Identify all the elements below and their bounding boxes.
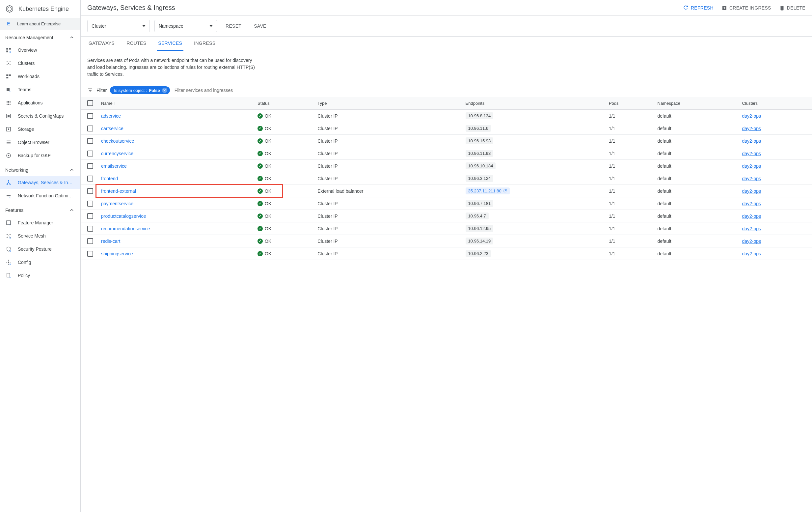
row-checkbox[interactable] [87,226,93,232]
cluster-link[interactable]: day2-ops [742,163,761,169]
service-name-link[interactable]: paymentservice [101,201,133,206]
service-name-link[interactable]: cartservice [101,126,123,131]
cluster-link[interactable]: day2-ops [742,214,761,219]
sidebar-item-config[interactable]: EConfig [0,256,80,269]
cluster-link[interactable]: day2-ops [742,126,761,131]
row-checkbox[interactable] [87,163,93,169]
cluster-link[interactable]: day2-ops [742,113,761,118]
row-checkbox[interactable] [87,151,93,157]
svg-text:E: E [9,263,11,265]
reset-button[interactable]: RESET [222,21,245,31]
enterprise-banner[interactable]: E Learn about Enterprise [0,18,80,30]
section-label: Networking [5,167,28,173]
svg-point-22 [7,104,7,105]
refresh-button[interactable]: REFRESH [683,5,714,11]
sidebar-item-storage[interactable]: Storage [0,123,80,136]
col-endpoints[interactable]: Endpoints [462,97,605,110]
tab-routes[interactable]: ROUTES [125,36,147,51]
cluster-link[interactable]: day2-ops [742,151,761,156]
col-type[interactable]: Type [314,97,461,110]
service-name-link[interactable]: adservice [101,113,121,118]
service-name-link[interactable]: currencyservice [101,151,133,156]
sidebar-item-overview[interactable]: EOverview [0,44,80,57]
cluster-link[interactable]: day2-ops [742,251,761,256]
sidebar-item-secrets[interactable]: Secrets & ConfigMaps [0,109,80,123]
service-name-link[interactable]: checkoutservice [101,138,134,144]
svg-point-6 [7,61,7,62]
enterprise-link[interactable]: Learn about Enterprise [17,21,61,26]
section-label: Resource Management [5,35,53,40]
col-status[interactable]: Status [254,97,314,110]
sidebar-item-gateways-services-ingress[interactable]: Gateways, Services & Ingre… [0,176,80,189]
sidebar-item-network-function[interactable]: ENetwork Function Optimiz… [0,189,80,202]
svg-rect-36 [9,184,10,185]
sidebar-item-workloads[interactable]: Workloads [0,70,80,83]
type-cell: Cluster IP [314,235,461,247]
row-checkbox[interactable] [87,126,93,132]
cluster-link[interactable]: day2-ops [742,201,761,206]
row-checkbox[interactable] [87,138,93,144]
row-checkbox[interactable] [87,251,93,257]
sidebar-item-service-mesh[interactable]: EService Mesh [0,229,80,242]
endpoint-external-link[interactable]: 35.237.11.211:80 [468,188,507,193]
row-checkbox[interactable] [87,238,93,244]
sidebar-item-security-posture[interactable]: ESecurity Posture [0,242,80,256]
cluster-link[interactable]: day2-ops [742,138,761,144]
row-checkbox[interactable] [87,213,93,219]
row-checkbox[interactable] [87,188,93,194]
pods-cell: 1/1 [605,172,654,185]
sidebar-item-feature-manager[interactable]: EFeature Manager [0,216,80,229]
cluster-link[interactable]: day2-ops [742,176,761,181]
row-checkbox[interactable] [87,200,93,207]
chip-close-icon[interactable]: ✕ [162,88,167,93]
pods-cell: 1/1 [605,160,654,172]
col-clusters[interactable]: Clusters [738,97,812,110]
sidebar-item-object-browser[interactable]: Object Browser [0,136,80,149]
tab-gateways[interactable]: GATEWAYS [87,36,116,51]
pods-cell: 1/1 [605,122,654,135]
select-all-checkbox[interactable] [87,100,93,106]
tab-services[interactable]: SERVICES [157,36,183,51]
row-checkbox[interactable] [87,113,93,119]
save-button[interactable]: SAVE [250,21,270,31]
service-name-link[interactable]: frontend [101,176,118,181]
sidebar-item-applications[interactable]: Applications [0,96,80,109]
service-name-link[interactable]: emailservice [101,163,127,169]
section-features[interactable]: Features [0,202,80,216]
cluster-label: Cluster [91,23,106,29]
filter-input[interactable] [173,86,805,94]
endpoint-chip: 10.96.11.6 [466,125,491,132]
add-icon [721,5,727,11]
filter-chip[interactable]: Is system object : False ✕ [110,86,170,94]
sidebar-item-backup[interactable]: Backup for GKE [0,149,80,162]
create-ingress-button[interactable]: CREATE INGRESS [721,5,771,11]
cluster-link[interactable]: day2-ops [742,226,761,231]
col-pods[interactable]: Pods [605,97,654,110]
row-checkbox[interactable] [87,176,93,182]
cluster-dropdown[interactable]: Cluster [87,20,150,32]
service-name-link[interactable]: recommendationservice [101,226,150,231]
cluster-link[interactable]: day2-ops [742,239,761,244]
sidebar-item-teams[interactable]: ETeams [0,83,80,96]
svg-rect-26 [7,115,9,117]
namespace-label: Namespace [159,23,183,29]
sidebar-item-label: Workloads [18,74,39,79]
col-name[interactable]: Name↑ [97,97,254,110]
service-name-link[interactable]: redis-cart [101,239,120,244]
svg-point-52 [8,262,9,263]
service-name-link[interactable]: productcatalogservice [101,214,146,219]
cluster-link[interactable]: day2-ops [742,188,761,194]
section-networking[interactable]: Networking [0,162,80,176]
status-text: OK [265,251,271,256]
sidebar-item-policy[interactable]: EPolicy [0,269,80,282]
tab-ingress[interactable]: INGRESS [193,36,217,51]
service-name-link[interactable]: shippingservice [101,251,133,256]
col-namespace[interactable]: Namespace [654,97,738,110]
namespace-dropdown[interactable]: Namespace [154,20,217,32]
service-name-link[interactable]: frontend-external [101,188,136,194]
section-resource-management[interactable]: Resource Management [0,30,80,44]
endpoint-chip: 10.96.11.93 [466,150,494,157]
delete-button[interactable]: DELETE [779,5,805,11]
sidebar-item-clusters[interactable]: Clusters [0,57,80,70]
status-text: OK [265,163,271,169]
